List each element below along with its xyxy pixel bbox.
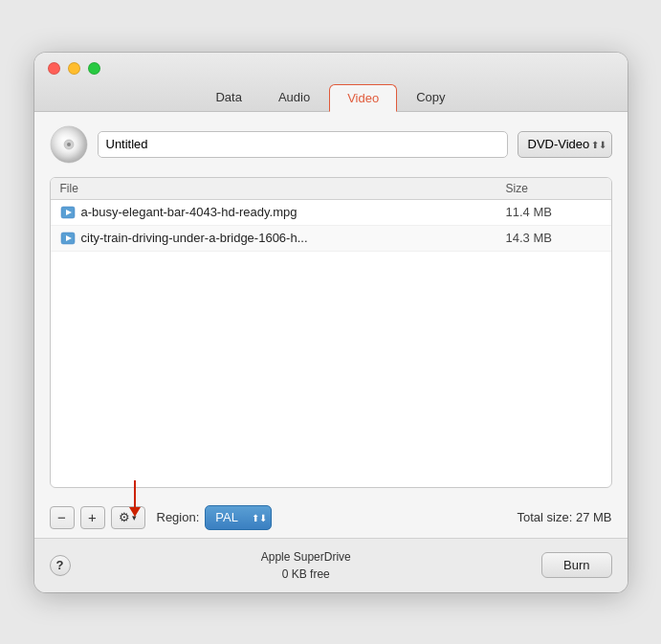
tab-data[interactable]: Data: [198, 84, 258, 111]
add-button[interactable]: +: [80, 506, 105, 529]
file-list-header: File Size: [51, 178, 611, 200]
table-row[interactable]: a-busy-elegant-bar-4043-hd-ready.mpg 11.…: [51, 200, 611, 226]
bottom-controls: − + ⚙ ▾ Region: PAL NTSC ⬆⬇ Total size: …: [50, 498, 612, 538]
file-list: a-busy-elegant-bar-4043-hd-ready.mpg 11.…: [51, 200, 611, 487]
disc-row: DVD-Video DVD-ROM DVD+R ⬆⬇: [50, 125, 612, 164]
arrow-indicator: [129, 480, 141, 517]
format-select-wrapper: DVD-Video DVD-ROM DVD+R ⬆⬇: [518, 131, 612, 158]
help-button[interactable]: ?: [50, 555, 71, 576]
region-label: Region:: [157, 510, 200, 524]
file-name-1: a-busy-elegant-bar-4043-hd-ready.mpg: [81, 205, 506, 219]
region-select-wrapper: PAL NTSC ⬆⬇: [205, 505, 272, 530]
remove-button[interactable]: −: [50, 506, 75, 529]
tab-audio[interactable]: Audio: [261, 84, 327, 111]
drive-info: Apple SuperDrive 0 KB free: [71, 548, 542, 583]
file-size-2: 14.3 MB: [506, 231, 602, 245]
body: DVD-Video DVD-ROM DVD+R ⬆⬇ File Size: [34, 112, 628, 538]
column-header-file: File: [60, 182, 506, 195]
title-bar: Data Audio Video Copy: [34, 53, 628, 112]
drive-name: Apple SuperDrive: [71, 548, 542, 566]
close-button[interactable]: [48, 62, 60, 75]
arrow-line: [134, 480, 136, 507]
region-select[interactable]: PAL NTSC: [205, 505, 272, 530]
file-name-2: city-train-driving-under-a-bridge-1606-h…: [81, 231, 506, 245]
maximize-button[interactable]: [88, 62, 100, 75]
burn-button[interactable]: Burn: [541, 552, 611, 578]
footer: ? Apple SuperDrive 0 KB free Burn: [34, 538, 628, 592]
format-select[interactable]: DVD-Video DVD-ROM DVD+R: [518, 131, 612, 158]
file-list-container: File Size a-busy-elegant-bar-4043-hd-rea…: [50, 177, 612, 488]
main-window: Data Audio Video Copy: [34, 53, 628, 592]
tab-copy[interactable]: Copy: [399, 84, 462, 111]
disc-name-input[interactable]: [98, 131, 508, 158]
file-size-1: 11.4 MB: [506, 205, 602, 219]
arrow-head: [129, 507, 141, 517]
disc-icon: [50, 125, 88, 164]
drive-free: 0 KB free: [71, 566, 542, 583]
column-header-size: Size: [506, 182, 602, 195]
file-video-icon: [60, 205, 76, 220]
tab-video[interactable]: Video: [329, 84, 397, 112]
total-size-label: Total size: 27 MB: [518, 510, 612, 524]
minimize-button[interactable]: [68, 62, 80, 75]
file-video-icon-2: [60, 231, 76, 246]
svg-point-3: [67, 143, 71, 146]
traffic-lights: [48, 62, 614, 75]
tabs: Data Audio Video Copy: [48, 84, 614, 111]
table-row[interactable]: city-train-driving-under-a-bridge-1606-h…: [51, 226, 611, 252]
